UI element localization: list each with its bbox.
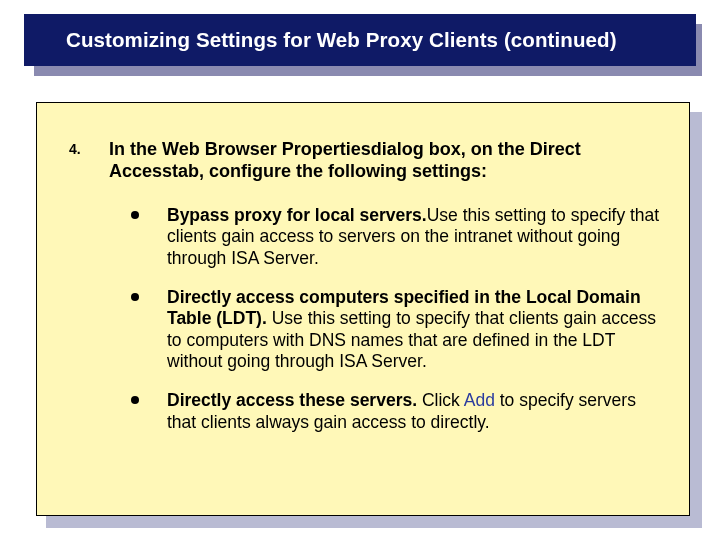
lead-part-1: In the xyxy=(109,139,162,159)
body-panel: 4. In the Web Browser Propertiesdialog b… xyxy=(36,102,690,516)
step-number: 4. xyxy=(69,139,109,195)
add-link-label: Add xyxy=(464,390,495,410)
list-item: Bypass proxy for local servers.Use this … xyxy=(125,205,663,269)
bullet-title: Directly access these servers. xyxy=(167,390,417,410)
lead-part-3: dialog box, on the xyxy=(371,139,530,159)
title-bar: Customizing Settings for Web Proxy Clien… xyxy=(24,14,696,66)
slide-title: Customizing Settings for Web Proxy Clien… xyxy=(66,28,617,52)
bullet-title: Bypass proxy for local servers. xyxy=(167,205,427,225)
lead-part-5: tab, configure the following settings: xyxy=(172,161,487,181)
list-item: Directly access computers specified in t… xyxy=(125,287,663,372)
slide: Customizing Settings for Web Proxy Clien… xyxy=(0,0,720,540)
list-item: Directly access these servers. Click Add… xyxy=(125,390,663,433)
bullet-text-pre: Click xyxy=(417,390,464,410)
lead-bold-1: Web Browser Properties xyxy=(162,139,371,159)
bullet-list: Bypass proxy for local servers.Use this … xyxy=(69,205,663,433)
title-wrap: Customizing Settings for Web Proxy Clien… xyxy=(24,14,696,70)
step-lead: In the Web Browser Propertiesdialog box,… xyxy=(109,139,663,183)
step-4: 4. In the Web Browser Propertiesdialog b… xyxy=(69,139,663,195)
